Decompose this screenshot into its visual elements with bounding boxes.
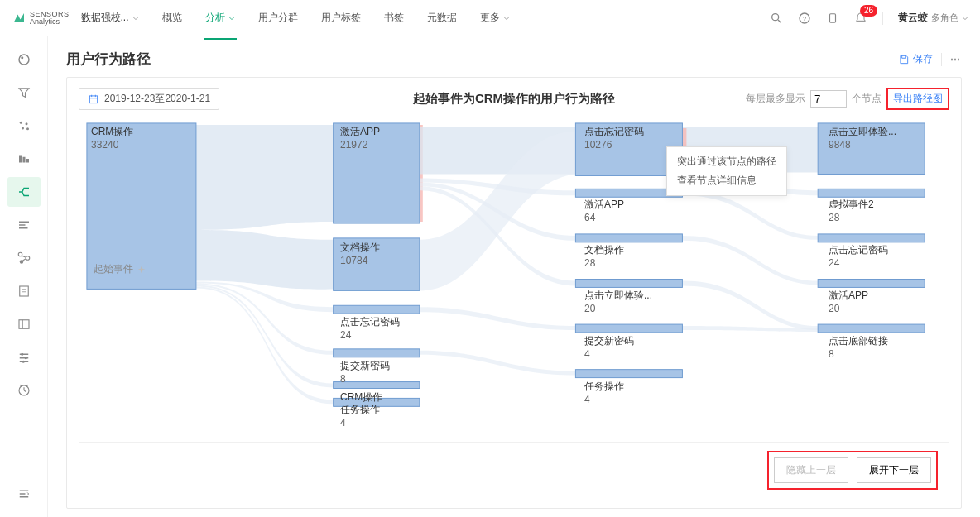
svg-rect-11 [19,156,22,163]
pin-icon [137,265,147,275]
divider [941,53,942,66]
svg-rect-51 [575,234,682,242]
svg-rect-43 [334,123,420,223]
divider [882,12,883,25]
svg-point-8 [25,122,27,125]
chart-title: 起始事件为CRM操作的用户行为路径 [413,91,615,107]
calendar-icon [88,93,99,105]
tab-more[interactable]: 更多 [480,7,510,28]
svg-rect-4 [830,13,836,22]
svg-point-29 [24,357,26,359]
search-icon[interactable] [770,12,783,25]
help-icon[interactable]: ? [798,12,811,25]
more-button[interactable]: ⋯ [950,54,962,65]
sidebar-item-table[interactable] [7,309,41,339]
svg-point-31 [22,361,24,363]
left-sidebar [0,36,48,517]
tab-cohort[interactable]: 用户分群 [258,7,298,28]
svg-point-7 [19,122,22,124]
top-navbar: SENSORS Analytics 数据强校... 概览 分析 用户分群 用户标… [0,0,980,36]
chevron-down-icon [503,15,510,22]
svg-rect-46 [334,349,420,357]
svg-rect-12 [22,157,25,163]
sidebar-item-attribution[interactable] [7,243,41,273]
max-nodes-label-prefix: 每层最多显示 [746,92,805,106]
sidebar-item-overview[interactable] [7,45,41,74]
tab-user-tags[interactable]: 用户标签 [321,7,361,28]
svg-rect-20 [19,286,28,296]
export-path-link[interactable]: 导出路径图 [893,93,943,104]
svg-rect-56 [818,189,925,197]
brand-text: SENSORS Analytics [30,11,70,26]
page-header: 用户行为路径 保存 ⋯ [48,36,980,77]
chevron-down-icon [228,15,235,22]
sankey-chart[interactable]: CRM操作33240 起始事件 激活APP21972 文档操作10784 点击忘… [79,117,949,435]
tab-overview[interactable]: 概览 [162,7,182,28]
svg-point-10 [26,127,29,130]
svg-rect-59 [818,324,925,333]
svg-rect-48 [334,398,420,406]
svg-rect-13 [26,159,29,163]
sidebar-item-segmentation[interactable] [7,111,41,141]
analysis-panel: 2019-12-23至2020-1-21 起始事件为CRM操作的用户行为路径 每… [66,77,962,509]
sidebar-item-path[interactable] [7,177,41,207]
svg-rect-57 [818,234,925,242]
svg-rect-52 [575,279,682,287]
tab-metadata[interactable]: 元数据 [427,7,457,28]
sidebar-collapse[interactable] [7,479,41,509]
tooltip-highlight-path[interactable]: 突出通过该节点的路径 [677,152,776,171]
tab-bookmarks[interactable]: 书签 [384,7,404,28]
max-nodes-input[interactable] [810,90,847,108]
svg-line-34 [24,390,26,392]
start-event-tag: 起始事件 [94,262,147,276]
main-tabs: 概览 分析 用户分群 用户标签 书签 元数据 更多 [162,7,510,28]
chevron-down-icon [962,15,968,22]
page-title: 用户行为路径 [66,50,151,69]
user-role: 多角色 [931,12,958,24]
svg-point-18 [26,256,30,261]
user-menu[interactable]: 黄云蛟 多角色 [898,11,968,25]
save-button[interactable]: 保存 [898,52,933,66]
bell-icon[interactable]: 26 [854,12,867,25]
save-icon [898,54,910,65]
project-selector[interactable]: 数据强校... [81,11,139,25]
date-range-picker[interactable]: 2019-12-23至2020-1-21 [79,88,219,110]
sidebar-item-retention[interactable] [7,144,41,174]
notification-badge: 26 [860,5,877,17]
panel-toolbar: 2019-12-23至2020-1-21 起始事件为CRM操作的用户行为路径 每… [79,88,949,110]
sidebar-item-heatmap[interactable] [7,342,41,372]
sidebar-item-distribution[interactable] [7,210,41,240]
topnav-right: ? 26 黄云蛟 多角色 [770,11,968,25]
svg-rect-38 [89,95,97,103]
svg-point-0 [772,13,779,20]
main-content: 用户行为路径 保存 ⋯ 2019-12-23至2020-1-21 起始事件为CR… [48,36,980,517]
svg-rect-23 [19,320,29,329]
svg-point-27 [21,353,23,356]
svg-rect-53 [575,324,682,333]
logo-icon [12,11,26,26]
svg-rect-44 [334,238,420,291]
tab-analysis[interactable]: 分析 [205,7,235,28]
svg-rect-45 [334,305,420,314]
sidebar-item-monitor[interactable] [7,376,41,405]
svg-point-9 [22,127,24,130]
sidebar-item-sql[interactable] [7,276,41,306]
svg-line-1 [778,20,781,22]
hide-prev-layer-button[interactable]: 隐藏上一层 [774,457,848,483]
user-name: 黄云蛟 [898,11,928,25]
svg-point-5 [19,55,29,65]
expand-next-layer-button[interactable]: 展开下一层 [857,457,931,483]
brand-logo: SENSORS Analytics [12,11,70,26]
chevron-down-icon [132,15,139,22]
mobile-icon[interactable] [826,12,839,25]
svg-text:?: ? [803,14,807,22]
svg-rect-58 [818,279,925,287]
svg-rect-47 [334,382,420,389]
max-nodes-label-suffix: 个节点 [852,92,882,106]
sidebar-item-funnel[interactable] [7,78,41,108]
panel-footer: 隐藏上一层 展开下一层 [79,442,949,498]
svg-point-6 [21,56,23,59]
tooltip-node-details[interactable]: 查看节点详细信息 [677,171,776,190]
svg-rect-55 [818,123,925,175]
svg-rect-54 [575,370,682,378]
